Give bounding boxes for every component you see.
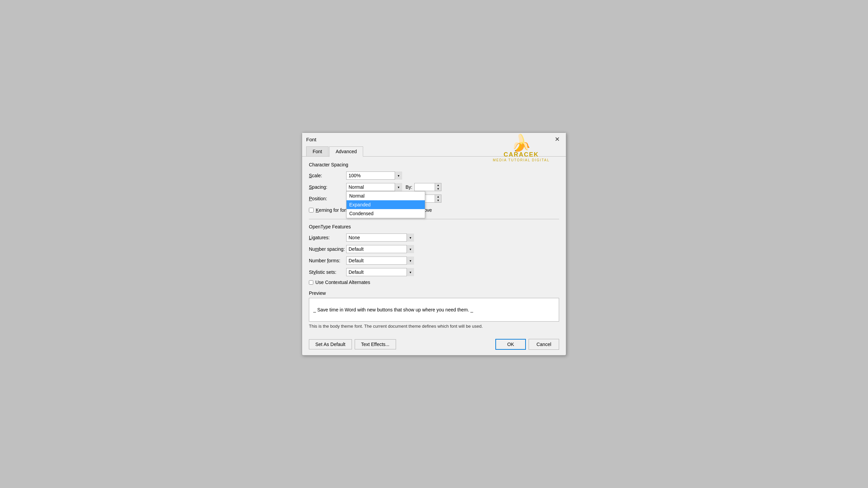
ligatures-select[interactable]: None bbox=[346, 233, 414, 242]
opentype-section: OpenType Features Ligatures: None ▾ Numb… bbox=[309, 224, 559, 285]
dialog-body: Character Spacing Scale: 100% ▾ Spacing:… bbox=[302, 157, 566, 334]
spacing-option-expanded[interactable]: Expanded bbox=[347, 200, 425, 209]
position-spinner-up[interactable]: ▲ bbox=[435, 195, 441, 199]
footer-left-buttons: Set As Default Text Effects... bbox=[309, 339, 396, 349]
opentype-title: OpenType Features bbox=[309, 224, 559, 229]
position-label: Position: bbox=[309, 196, 346, 201]
scale-select[interactable]: 100% bbox=[346, 171, 402, 180]
ligatures-label: Ligatures: bbox=[309, 235, 346, 240]
scale-select-wrapper: 100% ▾ bbox=[346, 171, 402, 180]
spacing-spinner-buttons: ▲ ▼ bbox=[435, 183, 441, 191]
spacing-spinner-up[interactable]: ▲ bbox=[435, 183, 441, 187]
logo-area: 🍌 CARACEK MEDIA TUTORIAL DIGITAL bbox=[493, 135, 550, 162]
banana-icon: 🍌 bbox=[511, 135, 531, 151]
number-forms-select[interactable]: Default bbox=[346, 257, 414, 265]
section-divider bbox=[309, 219, 559, 219]
position-spinner-down[interactable]: ▼ bbox=[435, 199, 441, 202]
spacing-row: Spacing: Normal ▾ Normal Expanded Conden… bbox=[309, 183, 559, 191]
spacing-option-normal[interactable]: Normal bbox=[347, 191, 425, 200]
brand-name: CARACEK bbox=[504, 151, 539, 158]
spacing-option-condensed[interactable]: Condensed bbox=[347, 209, 425, 218]
spacing-select[interactable]: Normal bbox=[346, 183, 402, 191]
spacing-by-input[interactable] bbox=[414, 183, 435, 191]
text-effects-button[interactable]: Text Effects... bbox=[355, 339, 396, 349]
close-button[interactable]: ✕ bbox=[553, 136, 562, 143]
stylistic-label: Stylistic sets: bbox=[309, 269, 346, 275]
preview-note: This is the body theme font. The current… bbox=[309, 324, 559, 329]
preview-section: Preview _ Save time in Word with new but… bbox=[309, 290, 559, 329]
number-spacing-label: Number spacing: bbox=[309, 246, 346, 252]
contextual-checkbox[interactable] bbox=[309, 280, 313, 285]
scale-row: Scale: 100% ▾ bbox=[309, 171, 559, 180]
spacing-by-spinner: ▲ ▼ bbox=[414, 183, 441, 191]
stylistic-select[interactable]: Default bbox=[346, 268, 414, 276]
character-spacing-title: Character Spacing bbox=[309, 162, 559, 167]
spacing-label: Spacing: bbox=[309, 184, 346, 190]
spacing-dropdown-overlay: Normal Expanded Condensed bbox=[346, 191, 425, 218]
footer-right-buttons: OK Cancel bbox=[495, 339, 559, 350]
preview-label: Preview bbox=[309, 290, 559, 296]
ligatures-select-wrapper: None ▾ bbox=[346, 233, 414, 242]
dialog-title: Font bbox=[306, 137, 316, 142]
kerning-checkbox[interactable] bbox=[309, 208, 314, 212]
position-spinner-buttons: ▲ ▼ bbox=[435, 195, 441, 203]
cancel-button[interactable]: Cancel bbox=[529, 339, 559, 350]
set-default-button[interactable]: Set As Default bbox=[309, 339, 352, 349]
ok-button[interactable]: OK bbox=[495, 339, 526, 350]
preview-box: _ Save time in Word with new buttons tha… bbox=[309, 298, 559, 322]
number-spacing-select-wrapper: Default ▾ bbox=[346, 245, 414, 253]
number-forms-select-wrapper: Default ▾ bbox=[346, 257, 414, 265]
font-dialog: Font 🍌 CARACEK MEDIA TUTORIAL DIGITAL ✕ … bbox=[302, 133, 566, 355]
stylistic-select-wrapper: Default ▾ bbox=[346, 268, 414, 276]
number-spacing-select[interactable]: Default bbox=[346, 245, 414, 253]
spacing-spinner-down[interactable]: ▼ bbox=[435, 187, 441, 191]
spacing-select-wrapper: Normal ▾ Normal Expanded Condensed bbox=[346, 183, 402, 191]
tab-advanced[interactable]: Advanced bbox=[329, 146, 363, 157]
contextual-label: Use Contextual Alternates bbox=[315, 280, 370, 285]
tab-font[interactable]: Font bbox=[306, 146, 329, 156]
kerning-checkbox-wrapper: Kerning for fonts: bbox=[309, 207, 352, 213]
scale-label: Scale: bbox=[309, 173, 346, 178]
number-forms-row: Number forms: Default ▾ bbox=[309, 257, 559, 265]
stylistic-row: Stylistic sets: Default ▾ bbox=[309, 268, 559, 276]
number-forms-label: Number forms: bbox=[309, 258, 346, 263]
title-bar: Font 🍌 CARACEK MEDIA TUTORIAL DIGITAL ✕ bbox=[302, 133, 566, 143]
number-spacing-row: Number spacing: Default ▾ bbox=[309, 245, 559, 253]
preview-text: _ Save time in Word with new buttons tha… bbox=[313, 307, 473, 312]
spacing-by-label: By: bbox=[406, 184, 412, 190]
contextual-row: Use Contextual Alternates bbox=[309, 280, 559, 285]
dialog-footer: Set As Default Text Effects... OK Cancel bbox=[302, 334, 566, 355]
ligatures-row: Ligatures: None ▾ bbox=[309, 233, 559, 242]
brand-tagline: MEDIA TUTORIAL DIGITAL bbox=[493, 158, 550, 162]
